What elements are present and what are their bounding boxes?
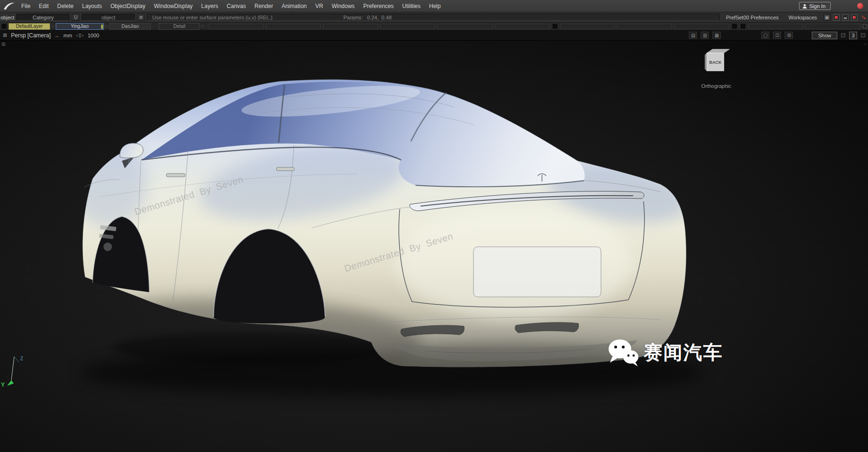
texture-mode-icon[interactable]: ▦ [713,32,721,39]
layer-slot [674,24,729,29]
layer-slot [617,24,672,29]
wechat-icon [608,338,639,367]
viewport-corner-icon[interactable]: ⊞ [1,42,5,47]
list-icon[interactable]: ≣ [137,14,145,21]
menu-animation[interactable]: Animation [277,0,311,12]
axis-y-label: Y [1,382,5,388]
view-cube-face-label: BACK [709,60,722,65]
tool-icon-2[interactable] [842,14,849,21]
projection-label[interactable]: Orthographic [693,83,740,89]
menu-delete[interactable]: Delete [53,0,78,12]
object-field[interactable]: object [82,14,135,21]
menu-objectdisplay[interactable]: ObjectDisplay [106,0,150,12]
menu-edit[interactable]: Edit [34,0,53,12]
red-indicator-icon[interactable] [857,3,863,9]
grid-icon[interactable]: ▢ [761,32,769,39]
brand-text: 赛闻汽车 [644,339,723,365]
layer-slot [438,24,492,29]
snap-icon[interactable]: ⊡ [773,32,781,39]
grip-icon[interactable]: ∷ [105,23,108,30]
grip-icon[interactable]: ∷ [201,23,204,30]
units-label: mm [63,33,72,38]
layer-end-icon[interactable] [863,24,867,28]
menu-layers[interactable]: Layers [197,0,223,12]
layer-yingjiao[interactable]: YingJiao [56,23,104,30]
door-handle [166,174,185,177]
split-view-icon[interactable]: ⊞ [785,32,793,39]
pan-icon: ↔ [54,33,60,38]
layer-defaultlayer[interactable]: DefaultLayer [9,23,50,30]
category-dropdown[interactable]: Category [17,14,69,21]
panel-count-box[interactable]: 3 [849,32,857,39]
menu-utilities[interactable]: Utilities [398,0,425,12]
layer-slot [560,24,615,29]
prompt-text: Use mouse or enter surface parameters (u… [152,15,272,20]
axis-indicator: Y Z [0,352,33,397]
layer-slot [323,24,378,29]
layer-bar: DefaultLayer ∷ YingJiao ∷ DaoJiao Detail… [0,23,868,30]
layer-group-icon[interactable] [740,23,746,29]
shade-mode-icon[interactable]: ▤ [689,32,697,39]
prefset-button[interactable]: PrefSet00 Preferences [722,15,782,20]
menu-preferences[interactable]: Preferences [359,0,398,12]
tool-icon-3[interactable] [851,14,858,21]
layer-slot [380,24,435,29]
viewport-camera-label[interactable]: Persp [Camera] [11,32,51,39]
layer-group-icon[interactable] [552,23,558,29]
layer-slot [209,24,264,29]
magnet-icon[interactable]: U [72,14,79,21]
layer-yingjiao-label: YingJiao [71,24,89,29]
menu-file[interactable]: File [17,0,34,12]
brand-watermark: 赛闻汽车 [608,338,723,367]
layer-slot [748,24,803,29]
layer-daojiao[interactable]: DaoJiao [109,23,151,30]
layer-flag [101,25,103,29]
panel-toggle-icon[interactable] [861,33,865,37]
wireframe-mode-icon[interactable]: ▥ [701,32,709,39]
clip-icon: ◁▷ [76,32,84,38]
show-button[interactable]: Show [812,32,837,39]
menu-help[interactable]: Help [425,0,445,12]
view-cube[interactable]: BACK [700,45,733,76]
grip-icon[interactable]: ∷ [52,23,54,30]
layer-menu-icon[interactable] [1,23,7,29]
viewport-corner-icon[interactable]: ▫ [864,42,866,47]
layer-slot [806,24,860,29]
axis-z-label: Z [20,356,23,361]
user-icon [802,4,807,9]
checkbox-icon[interactable]: ▣ [823,14,831,21]
menu-bar: File Edit Delete Layouts ObjectDisplay W… [0,0,868,12]
sign-in-button[interactable]: Sign In [799,2,831,10]
alias-application-window: File Edit Delete Layouts ObjectDisplay W… [0,0,868,452]
sign-in-label: Sign In [809,3,825,9]
menu-render[interactable]: Render [250,0,277,12]
menu-canvas[interactable]: Canvas [223,0,250,12]
layer-detail[interactable]: Detail [159,23,199,30]
menu-layouts[interactable]: Layouts [78,0,106,12]
door-handle [276,167,294,171]
layer-group-icon[interactable] [731,23,738,29]
app-logo-icon [3,2,15,10]
menu-windowdisplay[interactable]: WindowDisplay [150,0,197,12]
layer-slot [266,24,321,29]
params-readout: Params: 0.24, 0.48 [344,15,392,20]
prompt-line[interactable]: Use mouse or enter surface parameters (u… [147,14,720,21]
layer-slot-strip [209,23,867,29]
prompt-toolbar: object Category U object ≣ Use mouse or … [0,12,868,23]
menu-vr[interactable]: VR [311,0,327,12]
context-label: object [0,15,14,20]
tool-icon-1[interactable] [833,14,840,21]
viewport-header: ⊠ Persp [Camera] ↔ mm ◁▷ 1000 ▤ ▥ ▦ ▢ ⊡ … [0,30,868,41]
red-arrow-icon[interactable]: ➘ [861,14,866,20]
show-toggle-icon[interactable] [841,33,845,37]
viewport-canvas[interactable]: Demonstrated By Seven Demonstrated By Se… [0,41,868,452]
menu-windows[interactable]: Windows [327,0,359,12]
clip-value: 1000 [88,33,99,38]
viewport-close-icon[interactable]: ⊠ [3,32,7,38]
workspaces-button[interactable]: Workspaces [785,15,821,20]
layer-slot [495,24,550,29]
